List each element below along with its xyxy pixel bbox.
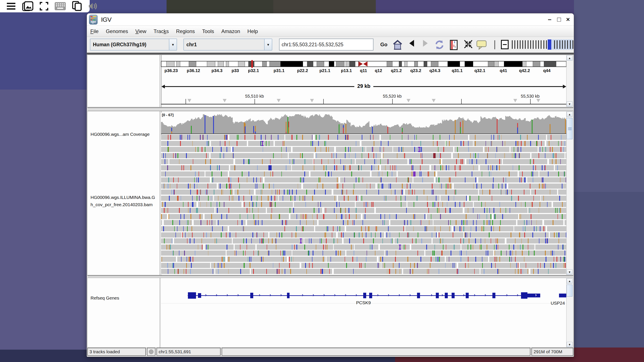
read[interactable] [362, 214, 426, 219]
read[interactable] [303, 183, 376, 189]
menu-item-file[interactable]: File [90, 28, 99, 34]
read[interactable] [474, 141, 545, 146]
read[interactable] [334, 269, 402, 274]
chromosome-select[interactable]: chr1 ▼ [184, 39, 272, 50]
read[interactable] [453, 153, 530, 158]
read[interactable] [161, 165, 229, 170]
scroll-down-icon[interactable]: ▼ [567, 342, 572, 347]
read[interactable] [550, 232, 567, 237]
read[interactable] [326, 257, 377, 262]
read[interactable] [454, 147, 483, 152]
title-bar[interactable]: igv IGV – □ × [87, 13, 574, 26]
read[interactable] [440, 196, 467, 201]
read[interactable] [235, 159, 313, 164]
read[interactable] [226, 250, 292, 256]
read[interactable] [427, 214, 492, 219]
read[interactable] [408, 202, 473, 207]
region-tool-icon[interactable] [450, 39, 458, 50]
chevron-down-icon[interactable]: ▼ [264, 39, 272, 50]
read[interactable] [553, 202, 567, 207]
genome-select[interactable]: Human (GRCh37/hg19) ▼ [90, 39, 177, 50]
forward-icon[interactable] [422, 39, 428, 47]
read[interactable] [338, 196, 359, 201]
read[interactable] [480, 165, 554, 170]
read[interactable] [530, 269, 566, 274]
back-icon[interactable] [408, 39, 414, 47]
alignment-track-label-line2[interactable]: h_cov_pcr_free.20140203.bam [90, 202, 153, 207]
gene-track-label[interactable]: Refseq Genes [90, 296, 119, 301]
refresh-icon[interactable] [434, 39, 445, 50]
read[interactable] [206, 172, 228, 177]
read[interactable] [169, 159, 234, 164]
read[interactable] [538, 147, 567, 152]
scrollbar[interactable]: ▲ ▼ [566, 55, 573, 107]
read[interactable] [385, 250, 424, 256]
read[interactable] [454, 183, 507, 189]
fullscreen-icon[interactable] [40, 2, 48, 10]
read[interactable] [161, 177, 210, 182]
read[interactable] [336, 147, 366, 152]
read[interactable] [230, 165, 291, 170]
read[interactable] [346, 250, 384, 256]
read[interactable] [267, 208, 322, 213]
close-button[interactable]: × [564, 15, 572, 23]
read[interactable] [366, 147, 392, 152]
read[interactable] [446, 257, 488, 262]
read[interactable] [229, 172, 309, 177]
read[interactable] [161, 153, 209, 158]
read[interactable] [161, 220, 162, 225]
read[interactable] [315, 226, 345, 231]
read[interactable] [161, 214, 167, 219]
go-button[interactable]: Go [378, 40, 390, 49]
read[interactable] [446, 141, 473, 146]
read[interactable] [549, 159, 567, 164]
read[interactable] [217, 220, 246, 225]
menu-item-genomes[interactable]: Genomes [106, 28, 128, 34]
read[interactable] [381, 165, 430, 170]
read[interactable] [480, 269, 529, 274]
read[interactable] [546, 141, 567, 146]
read[interactable] [340, 177, 412, 182]
read[interactable] [458, 263, 519, 268]
read[interactable] [544, 220, 563, 225]
read[interactable] [304, 238, 342, 243]
ideogram-ruler-area[interactable]: p36.23p36.12p34.3p33p32.1p31.1p22.2p21.1… [161, 55, 567, 107]
read[interactable] [212, 177, 263, 182]
alignment-reads-area[interactable] [161, 135, 567, 275]
read[interactable] [290, 214, 361, 219]
read[interactable] [285, 135, 313, 140]
read[interactable] [494, 214, 518, 219]
read[interactable] [229, 226, 314, 231]
read[interactable] [161, 238, 173, 243]
read[interactable] [338, 232, 384, 237]
read[interactable] [177, 257, 226, 262]
read[interactable] [383, 153, 451, 158]
read[interactable] [380, 244, 410, 250]
menu-icon[interactable] [6, 2, 16, 10]
read[interactable] [528, 208, 567, 213]
read[interactable] [161, 147, 231, 152]
scrollbar[interactable]: ▲ ▼ [566, 278, 573, 347]
read[interactable] [376, 208, 463, 213]
scroll-down-icon[interactable]: ▼ [567, 101, 572, 107]
read[interactable] [210, 153, 288, 158]
zoom-slider-ticks[interactable] [511, 40, 548, 49]
menu-item-tracks[interactable]: Tracks [154, 28, 169, 34]
read[interactable] [256, 189, 332, 195]
menu-item-view[interactable]: View [136, 28, 146, 34]
read[interactable] [161, 257, 176, 262]
read[interactable] [161, 183, 217, 189]
read[interactable] [161, 189, 234, 195]
read[interactable] [442, 159, 465, 164]
read[interactable] [466, 159, 502, 164]
read[interactable] [264, 177, 339, 182]
read[interactable] [436, 177, 477, 182]
read[interactable] [403, 269, 480, 274]
read[interactable] [229, 135, 284, 140]
read[interactable] [464, 208, 528, 213]
read[interactable] [519, 172, 538, 177]
read[interactable] [227, 257, 287, 262]
home-icon[interactable] [392, 39, 403, 50]
read[interactable] [409, 159, 441, 164]
read[interactable] [294, 202, 355, 207]
